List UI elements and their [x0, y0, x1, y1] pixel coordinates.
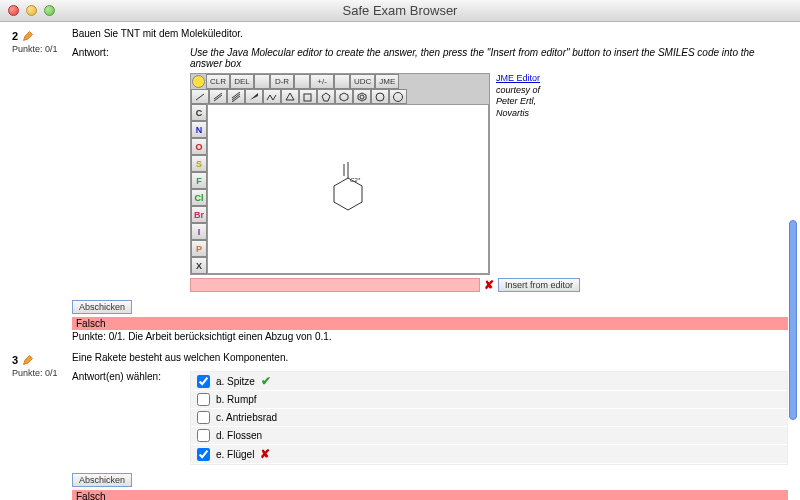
ring7-icon[interactable] — [371, 89, 389, 104]
choice-row: b. Rumpf — [191, 391, 787, 409]
window-titlebar: Safe Exam Browser — [0, 0, 800, 22]
choice-row: a. Spitze✔ — [191, 372, 787, 391]
atom-x-button[interactable]: X — [191, 257, 207, 274]
chain-icon[interactable] — [263, 89, 281, 104]
choice-label: c. Antriebsrad — [216, 412, 277, 423]
del-button[interactable]: DEL — [230, 74, 254, 89]
jme-editor: CLR DEL D-R +/- UDC JME — [190, 73, 490, 275]
smiles-input[interactable] — [190, 278, 480, 292]
bond-single-icon[interactable] — [191, 89, 209, 104]
choose-label: Antwort(en) wählen: — [72, 371, 190, 461]
choice-checkbox[interactable] — [197, 375, 210, 388]
feedback-status: Falsch — [72, 317, 788, 330]
editor-canvas[interactable]: C2* — [207, 104, 489, 274]
choice-list: a. Spitze✔b. Rumpfc. Antriebsradd. Floss… — [190, 371, 788, 465]
svg-marker-9 — [322, 93, 330, 101]
svg-rect-8 — [304, 94, 311, 101]
choice-checkbox[interactable] — [197, 429, 210, 442]
blank-button[interactable] — [254, 74, 270, 89]
atom-n-button[interactable]: N — [191, 121, 207, 138]
pencil-icon — [22, 30, 34, 42]
svg-marker-11 — [358, 93, 366, 101]
window-title: Safe Exam Browser — [0, 3, 800, 18]
atom-s-button[interactable]: S — [191, 155, 207, 172]
question-prompt: Eine Rakete besteht aus welchen Komponen… — [72, 352, 788, 363]
ring3-icon[interactable] — [281, 89, 299, 104]
scrollbar[interactable] — [787, 60, 799, 480]
blank-button-3[interactable] — [334, 74, 350, 89]
molecule-drawing: C2* — [328, 160, 368, 220]
blank-button-2[interactable] — [294, 74, 310, 89]
insert-from-editor-button[interactable]: Insert from editor — [498, 278, 580, 292]
wrong-icon: ✘ — [484, 278, 494, 292]
choice-label: b. Rumpf — [216, 394, 257, 405]
bond-double-icon[interactable] — [209, 89, 227, 104]
feedback-text: Punkte: 0/1. Die Arbeit berücksichtigt e… — [72, 331, 788, 342]
choice-label: d. Flossen — [216, 430, 262, 441]
atom-o-button[interactable]: O — [191, 138, 207, 155]
bond-wedge-icon[interactable] — [245, 89, 263, 104]
ring4-icon[interactable] — [299, 89, 317, 104]
question-number: 3 — [12, 354, 18, 366]
submit-button[interactable]: Abschicken — [72, 300, 132, 314]
atom-f-button[interactable]: F — [191, 172, 207, 189]
answer-label: Antwort: — [72, 47, 190, 288]
choice-checkbox[interactable] — [197, 393, 210, 406]
editor-instruction: Use the Java Molecular editor to create … — [190, 47, 788, 69]
points-label: Punkte: 0/1 — [12, 44, 72, 54]
question-prompt: Bauen Sie TNT mit dem Moleküleditor. — [72, 28, 788, 39]
choice-label: a. Spitze — [216, 376, 255, 387]
wrong-icon: ✘ — [260, 447, 270, 461]
bond-triple-icon[interactable] — [227, 89, 245, 104]
editor-credit: JME Editor courtesy of Peter Ertl, Novar… — [496, 73, 540, 120]
svg-text:C2*: C2* — [350, 177, 361, 183]
jme-link[interactable]: JME Editor — [496, 73, 540, 83]
feedback-status: Falsch — [72, 490, 788, 500]
choice-row: d. Flossen — [191, 427, 787, 445]
choice-checkbox[interactable] — [197, 448, 210, 461]
choice-checkbox[interactable] — [197, 411, 210, 424]
charge-button[interactable]: +/- — [310, 74, 334, 89]
benzene-icon[interactable] — [353, 89, 371, 104]
atom-cl-button[interactable]: Cl — [191, 189, 207, 206]
atom-br-button[interactable]: Br — [191, 206, 207, 223]
choice-label: e. Flügel — [216, 449, 254, 460]
choice-row: e. Flügel✘ — [191, 445, 787, 464]
svg-marker-7 — [286, 93, 294, 100]
svg-marker-6 — [250, 93, 258, 100]
jme-button[interactable]: JME — [375, 74, 399, 89]
submit-button[interactable]: Abschicken — [72, 473, 132, 487]
svg-marker-10 — [340, 93, 348, 101]
points-label: Punkte: 0/1 — [12, 368, 72, 378]
pencil-icon — [22, 354, 34, 366]
udc-button[interactable]: UDC — [350, 74, 375, 89]
dr-button[interactable]: D-R — [270, 74, 294, 89]
svg-point-12 — [360, 95, 364, 99]
check-icon: ✔ — [261, 374, 271, 388]
svg-point-13 — [376, 93, 384, 101]
atom-c-button[interactable]: C — [191, 104, 207, 121]
atom-i-button[interactable]: I — [191, 223, 207, 240]
ring8-icon[interactable] — [389, 89, 407, 104]
ring6-icon[interactable] — [335, 89, 353, 104]
question-number: 2 — [12, 30, 18, 42]
svg-line-0 — [196, 94, 204, 100]
scrollbar-thumb[interactable] — [789, 220, 797, 420]
svg-point-14 — [394, 92, 403, 101]
question-3: 3 Punkte: 0/1 Eine Rakete besteht aus we… — [12, 352, 788, 500]
atom-p-button[interactable]: P — [191, 240, 207, 257]
clr-button[interactable]: CLR — [206, 74, 230, 89]
ring5-icon[interactable] — [317, 89, 335, 104]
smiley-icon[interactable] — [192, 75, 205, 88]
choice-row: c. Antriebsrad — [191, 409, 787, 427]
question-2: 2 Punkte: 0/1 Bauen Sie TNT mit dem Mole… — [12, 28, 788, 342]
